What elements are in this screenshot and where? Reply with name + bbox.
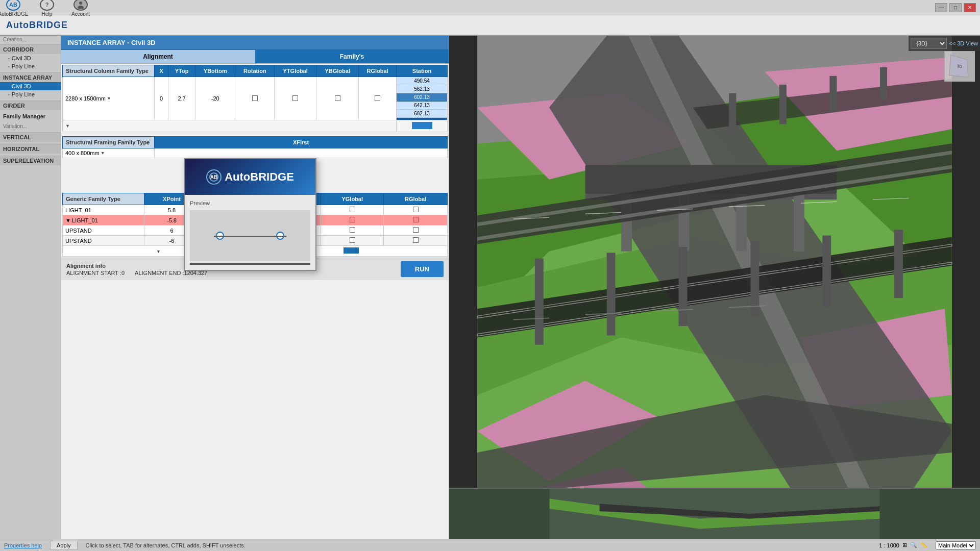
ybottom-cell[interactable]: -20	[195, 77, 235, 120]
gf-yg-3[interactable]	[321, 226, 384, 236]
preview-label: Preview	[190, 200, 210, 206]
svg-rect-23	[794, 194, 804, 252]
account-icon[interactable]: Account	[71, 0, 90, 17]
col-ytop: YTop	[168, 65, 195, 77]
corridor-polyline[interactable]: • Poly Line	[0, 62, 61, 70]
road-visualization	[449, 36, 980, 539]
sf-type-header: Structural Framing Family Type	[63, 137, 155, 148]
center-panel: INSTANCE ARRAY - Civil 3D Alignment Fami…	[61, 36, 449, 539]
sf-xfirst-cell[interactable]	[155, 148, 448, 158]
model-controls: Main Model	[936, 541, 976, 549]
sf-type-value: 400 x 800mm	[65, 150, 100, 156]
gf-yg-4[interactable]	[321, 236, 384, 246]
autobridge-popup: AB AutoBRIDGE Preview	[184, 158, 316, 271]
gf-rg-1[interactable]	[384, 205, 448, 215]
corridor-header: CORRIDOR	[0, 44, 61, 54]
horizontal-section: HORIZONTAL	[0, 143, 61, 155]
preview-canvas	[190, 210, 310, 261]
station-list-cell: 490.54 562.13 602.13 642.13 682.13	[397, 77, 448, 120]
add-dropdown-arrow[interactable]: ▼	[65, 123, 70, 129]
sf-xfirst-header: XFirst	[155, 137, 448, 148]
table-row: 2280 x 1500mm ▼ 0 2.7 -20 490.54	[63, 77, 448, 120]
gf-type-1: LIGHT_01	[63, 205, 144, 215]
gf-yg-2[interactable]	[321, 215, 384, 226]
gf-rg-2[interactable]	[384, 215, 448, 226]
instance-array-section: INSTANCE ARRAY • Civil 3D • Poly Line	[0, 71, 61, 99]
x-cell[interactable]: 0	[155, 77, 168, 120]
model-select[interactable]: Main Model	[936, 541, 976, 549]
view-3d-label[interactable]: << 3D View	[949, 40, 978, 46]
gf-blue-rect	[344, 247, 359, 254]
girder-section: GIRDER	[0, 99, 61, 111]
nav-cube[interactable]: 3D	[944, 51, 975, 82]
station-562[interactable]: 562.13	[397, 85, 447, 93]
family-manager-item[interactable]: Family Manager	[0, 112, 61, 120]
corridor-civil3d[interactable]: • Civil 3D	[0, 54, 61, 62]
station-602[interactable]: 602.13	[397, 93, 447, 102]
family-type-cell: 2280 x 1500mm ▼	[63, 77, 155, 120]
horizontal-header: HORIZONTAL	[0, 144, 61, 154]
blue-add-rect	[412, 122, 432, 129]
svg-rect-50	[880, 67, 887, 99]
help-icon[interactable]: ? Help	[38, 0, 56, 17]
measure-icon[interactable]: 📏	[920, 542, 927, 548]
toolbar-icons: 1 : 1000 ⊞ 🔍 📏	[879, 542, 927, 548]
station-empty[interactable]	[397, 118, 447, 120]
ytop-cell[interactable]: 2.7	[168, 77, 195, 120]
alignment-start: ALIGNMENT START :0	[66, 270, 125, 276]
mini-map-svg	[449, 489, 980, 539]
close-button[interactable]: ✕	[964, 3, 976, 12]
properties-help-link[interactable]: Properties help	[4, 542, 42, 548]
cube-face: 3D	[949, 55, 968, 77]
gf-rglobal-header: RGlobal	[384, 193, 448, 205]
window-controls: — □ ✕	[935, 3, 976, 12]
dropdown-arrow[interactable]: ▼	[107, 96, 111, 101]
run-button[interactable]: RUN	[401, 261, 444, 277]
view-icon[interactable]: ⊞	[902, 542, 907, 548]
instance-polyline[interactable]: • Poly Line	[0, 90, 61, 98]
rotation-checkbox[interactable]	[252, 95, 258, 101]
gf-add-arrow[interactable]: ▼	[156, 249, 161, 254]
gf-rg-4[interactable]	[384, 236, 448, 246]
help-circle: ?	[40, 0, 54, 11]
svg-rect-37	[607, 253, 616, 335]
ytglobal-cell[interactable]	[275, 77, 316, 120]
rglobal-checkbox[interactable]	[375, 95, 380, 101]
rotation-cell[interactable]	[235, 77, 275, 120]
ybglobal-checkbox[interactable]	[335, 95, 340, 101]
family-type-value: 2280 x 1500mm	[65, 95, 106, 102]
col-station: Station	[397, 65, 448, 77]
maximize-button[interactable]: □	[949, 3, 962, 12]
preview-area: Preview	[185, 195, 315, 270]
zoom-icon[interactable]: 🔍	[910, 542, 917, 548]
autobridge-logo-text-label: AutoBRIDGE	[225, 170, 294, 184]
gf-yg-1[interactable]	[321, 205, 384, 215]
autobridge-icon[interactable]: AB AutoBRIDGE	[4, 0, 22, 17]
ytglobal-checkbox[interactable]	[292, 95, 298, 101]
ab-logo: AB	[6, 0, 20, 11]
tab-bar: Alignment Family's	[61, 50, 449, 64]
corridor-section: CORRIDOR • Civil 3D • Poly Line	[0, 43, 61, 71]
tab-alignment[interactable]: Alignment	[61, 50, 255, 63]
status-hint: Click to select, TAB for alternates, CTR…	[86, 542, 871, 548]
app-title: AutoBRIDGE	[6, 20, 68, 31]
add-row: ▼	[63, 120, 448, 132]
gf-type-2-dropdown[interactable]: ▼	[65, 217, 71, 223]
variation-section: Variation...	[0, 121, 61, 131]
instance-civil3d[interactable]: • Civil 3D	[0, 82, 61, 90]
view-select[interactable]: {3D} 2D Section	[911, 38, 947, 49]
station-642[interactable]: 642.13	[397, 102, 447, 110]
tab-family[interactable]: Family's	[255, 50, 449, 63]
gf-rg-3[interactable]	[384, 226, 448, 236]
minimize-button[interactable]: —	[935, 3, 947, 12]
svg-rect-36	[535, 259, 544, 345]
ybglobal-cell[interactable]	[316, 77, 359, 120]
svg-rect-47	[729, 93, 736, 137]
rglobal-cell[interactable]	[359, 77, 397, 120]
sf-dropdown-arrow[interactable]: ▼	[101, 151, 105, 156]
apply-button[interactable]: Apply	[50, 541, 78, 550]
station-490[interactable]: 490.54	[397, 77, 447, 85]
col-ybglobal: YBGlobal	[316, 65, 359, 77]
svg-rect-41	[894, 230, 903, 298]
station-682[interactable]: 682.13	[397, 110, 447, 118]
